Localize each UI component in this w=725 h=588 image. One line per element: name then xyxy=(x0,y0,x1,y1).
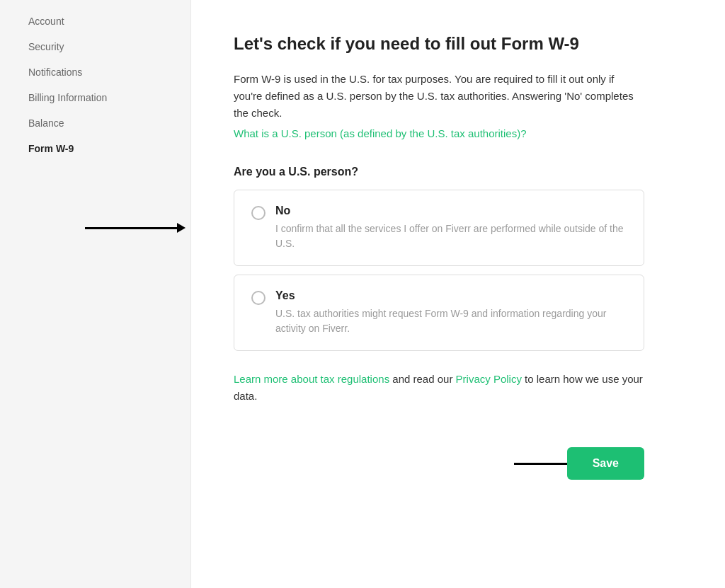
footer-middle: and read our xyxy=(389,373,455,385)
no-option-description: I confirm that all the services I offer … xyxy=(275,221,627,251)
description-text: Form W-9 is used in the U.S. for tax pur… xyxy=(234,71,644,122)
tax-regulations-link[interactable]: Learn more about tax regulations xyxy=(234,373,389,385)
arrow-no xyxy=(85,223,185,233)
sidebar-item-security[interactable]: Security xyxy=(0,34,190,59)
us-person-link[interactable]: What is a U.S. person (as defined by the… xyxy=(234,127,527,139)
yes-radio[interactable] xyxy=(251,291,266,305)
footer-text: Learn more about tax regulations and rea… xyxy=(234,371,644,405)
sidebar-item-billing[interactable]: Billing Information xyxy=(0,85,190,110)
yes-option-description: U.S. tax authorities might request Form … xyxy=(275,306,627,336)
yes-option-text: Yes U.S. tax authorities might request F… xyxy=(275,289,627,336)
arrow-head xyxy=(177,223,185,233)
no-option-wrapper: No I confirm that all the services I off… xyxy=(234,190,683,266)
no-option-title: No xyxy=(275,204,627,217)
arrow-line xyxy=(85,227,177,229)
privacy-policy-link[interactable]: Privacy Policy xyxy=(456,373,522,385)
save-wrapper: Save xyxy=(234,447,683,480)
page-title: Let's check if you need to fill out Form… xyxy=(234,34,683,54)
question-label: Are you a U.S. person? xyxy=(234,166,683,178)
yes-option-title: Yes xyxy=(275,289,627,302)
main-content: Let's check if you need to fill out Form… xyxy=(191,0,725,588)
sidebar: Account Security Notifications Billing I… xyxy=(0,0,191,588)
save-button-container: Save xyxy=(234,447,644,480)
save-button[interactable]: Save xyxy=(567,447,644,480)
sidebar-item-notifications[interactable]: Notifications xyxy=(0,59,190,85)
no-option-text: No I confirm that all the services I off… xyxy=(275,204,627,251)
sidebar-item-form-w9[interactable]: Form W-9 xyxy=(0,136,190,161)
no-option-card[interactable]: No I confirm that all the services I off… xyxy=(234,190,644,266)
sidebar-item-account[interactable]: Account xyxy=(0,8,190,34)
yes-option-card[interactable]: Yes U.S. tax authorities might request F… xyxy=(234,275,644,351)
sidebar-item-balance[interactable]: Balance xyxy=(0,110,190,136)
no-radio[interactable] xyxy=(251,206,266,220)
